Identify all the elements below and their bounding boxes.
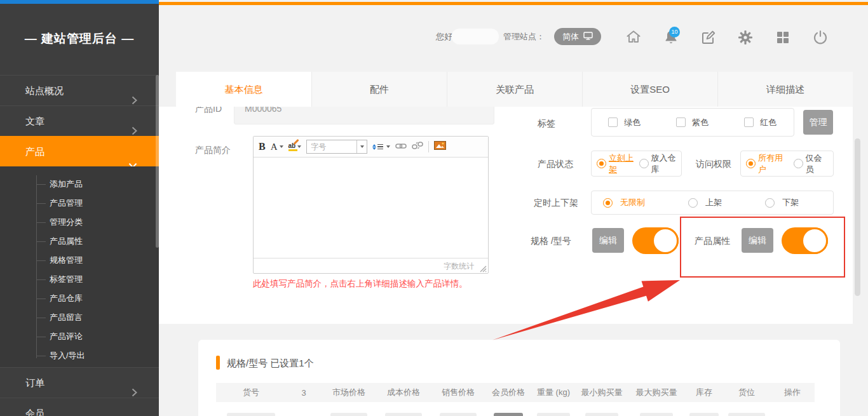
schedule-option-off[interactable]: 下架 <box>765 197 799 208</box>
tag-option-green[interactable]: 绿色 <box>608 117 641 128</box>
line-height-button[interactable] <box>372 144 390 150</box>
sidebar-scrollbar[interactable] <box>156 75 159 248</box>
sidebar-item-articles[interactable]: 文章 <box>0 105 159 136</box>
sidebar-subitem-product-manage[interactable]: 产品管理 <box>50 194 151 213</box>
tags-label: 标签 <box>538 118 555 130</box>
checkbox-purple[interactable] <box>676 117 686 127</box>
spec-table-row: M000065-1 6 0.01 0.01 1.00 编辑 1 1 2 0 <box>216 408 815 416</box>
spec-toggle-on[interactable] <box>632 227 679 254</box>
power-logout-icon[interactable] <box>812 29 829 46</box>
sidebar-subitem-reviews[interactable]: 产品评论 <box>50 327 151 346</box>
schedule-group: 无限制 上架 下架 <box>591 191 834 215</box>
schedule-option-unlimited[interactable]: 无限制 <box>603 197 645 208</box>
market-price-field[interactable]: 0.01 <box>330 413 367 416</box>
tab-bar: 基本信息 配件 关联产品 设置SEO 详细描述 <box>176 72 853 107</box>
editor-status-bar: 字数统计 <box>254 258 488 274</box>
radio-icon[interactable] <box>794 159 803 168</box>
font-color-button[interactable]: A <box>271 142 283 152</box>
tab-related-products[interactable]: 关联产品 <box>447 72 582 107</box>
manage-tags-button[interactable]: 管理 <box>803 110 833 135</box>
redacted-username <box>452 29 499 44</box>
highlight-button[interactable]: ab <box>288 142 302 151</box>
weight-field[interactable]: 1 <box>537 413 570 416</box>
spec-edit-button[interactable]: 编辑 <box>592 228 624 253</box>
editor-content-area[interactable] <box>254 158 488 258</box>
location-field[interactable] <box>728 413 765 416</box>
sidebar: — 建站管理后台 — 站点概况 文章 产品 添加产品 产品管理 管理分类 产品属… <box>0 0 159 416</box>
sidebar-subitem-import-export[interactable]: 导入/导出 <box>50 346 151 365</box>
tab-basic-info[interactable]: 基本信息 <box>176 72 311 107</box>
font-size-select[interactable]: 字号 <box>306 140 367 154</box>
tab-seo-settings[interactable]: 设置SEO <box>582 72 717 107</box>
unlink-icon[interactable] <box>412 141 423 152</box>
sidebar-subitem-warehouse[interactable]: 产品仓库 <box>50 289 151 308</box>
resize-grip[interactable] <box>480 265 487 272</box>
settings-gear-icon[interactable] <box>737 29 754 46</box>
sidebar-subitem-messages[interactable]: 产品留言 <box>50 308 151 327</box>
admin-app: — 建站管理后台 — 站点概况 文章 产品 添加产品 产品管理 管理分类 产品属… <box>0 0 868 416</box>
cost-price-field[interactable]: 0.01 <box>385 413 422 416</box>
status-option-onsale[interactable]: 立刻上架 <box>597 152 634 175</box>
sidebar-item-members[interactable]: 会员 <box>0 398 159 416</box>
monitor-icon <box>583 32 593 42</box>
sidebar-subitem-add-product[interactable]: 添加产品 <box>50 175 151 194</box>
caret-down-icon <box>297 145 301 148</box>
bold-button[interactable]: B <box>259 141 266 152</box>
notification-badge: 10 <box>669 27 680 37</box>
edit-icon[interactable] <box>700 29 717 46</box>
rich-text-editor: B A ab 字号 <box>253 136 489 274</box>
sidebar-subitem-tag-manage[interactable]: 标签管理 <box>50 270 151 289</box>
pencil-icon <box>294 139 299 145</box>
radio-selected-icon[interactable] <box>746 159 756 168</box>
tab-accessories[interactable]: 配件 <box>311 72 447 107</box>
sidebar-subitem-category[interactable]: 管理分类 <box>50 213 151 232</box>
product-status-group: 立刻上架 放入仓库 <box>591 151 682 177</box>
row-edit-button[interactable]: 编辑 <box>494 413 523 416</box>
apps-grid-icon[interactable] <box>775 29 791 46</box>
schedule-label: 定时上下架 <box>534 198 578 209</box>
status-option-warehouse[interactable]: 放入仓库 <box>639 152 677 175</box>
access-label: 访问权限 <box>696 159 731 170</box>
access-option-members[interactable]: 仅会员 <box>794 152 828 175</box>
spec-model-label: 规格 /型号 <box>531 236 571 247</box>
stock-field[interactable]: 0 <box>689 413 719 416</box>
min-qty-field[interactable]: 1 <box>585 413 618 416</box>
access-option-all[interactable]: 所有用户 <box>746 152 789 175</box>
radio-icon[interactable] <box>688 198 698 208</box>
sale-price-field[interactable]: 1.00 <box>440 413 477 416</box>
max-qty-field[interactable]: 2 <box>640 413 673 416</box>
spec-section-title: 规格/型号 已设置1个 <box>227 358 314 370</box>
tags-group: 绿色 紫色 红色 <box>591 108 794 137</box>
main-scrollbar[interactable] <box>855 138 860 296</box>
tab-detailed-description[interactable]: 详细描述 <box>717 72 853 107</box>
schedule-option-on[interactable]: 上架 <box>688 197 722 208</box>
sidebar-item-products[interactable]: 产品 <box>0 136 159 166</box>
tag-option-purple[interactable]: 紫色 <box>676 117 709 128</box>
home-icon[interactable] <box>625 29 642 45</box>
app-title: — 建站管理后台 — <box>0 30 159 47</box>
top-strip-blue <box>0 0 159 4</box>
link-icon[interactable] <box>395 141 407 152</box>
spec-table-header: 货号 3 市场价格 成本价格 销售价格 会员价格 重量 (kg) 最小购买量 最… <box>216 383 815 402</box>
sidebar-subitem-attributes[interactable]: 产品属性 <box>50 232 151 251</box>
item-no-field[interactable]: M000065-1 <box>227 413 275 416</box>
sidebar-subitem-spec-manage[interactable]: 规格管理 <box>50 251 151 270</box>
top-strip-orange <box>159 2 868 5</box>
word-count-label: 字数统计 <box>444 261 474 272</box>
editor-toolbar: B A ab 字号 <box>254 137 488 158</box>
language-button[interactable]: 简体 <box>554 28 601 45</box>
checkbox-green[interactable] <box>608 117 618 127</box>
caret-down-icon <box>280 145 283 148</box>
insert-image-icon[interactable] <box>434 141 446 152</box>
radio-icon[interactable] <box>639 159 649 168</box>
tag-option-red[interactable]: 红色 <box>744 117 776 128</box>
annotation-highlight-box <box>680 217 845 278</box>
sidebar-item-orders[interactable]: 订单 <box>0 367 159 398</box>
radio-selected-icon[interactable] <box>603 198 613 208</box>
caret-down-icon <box>356 140 367 153</box>
radio-selected-icon[interactable] <box>597 159 606 168</box>
product-status-label: 产品状态 <box>538 159 573 170</box>
checkbox-red[interactable] <box>744 117 754 127</box>
radio-icon[interactable] <box>765 198 775 208</box>
sidebar-item-site-overview[interactable]: 站点概况 <box>0 75 159 105</box>
